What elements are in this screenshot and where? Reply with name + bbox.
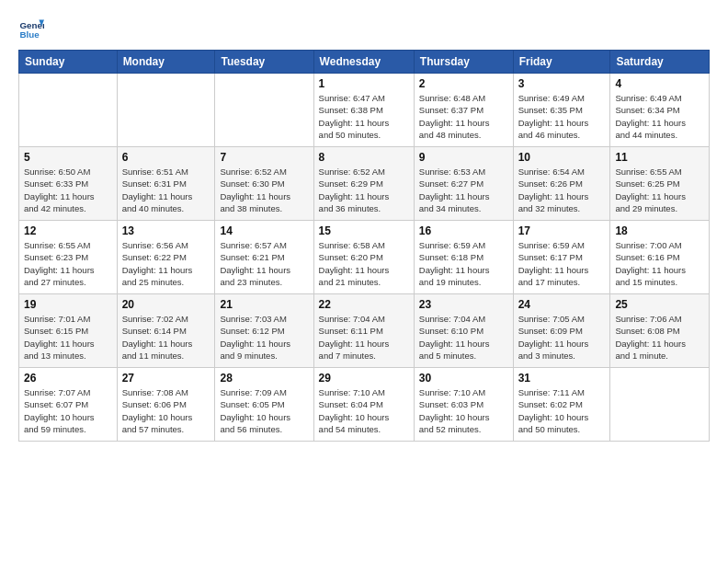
- week-row-3: 12Sunrise: 6:55 AM Sunset: 6:23 PM Dayli…: [19, 221, 710, 294]
- header: General Blue: [18, 15, 710, 40]
- calendar-cell: 10Sunrise: 6:54 AM Sunset: 6:26 PM Dayli…: [513, 147, 610, 221]
- day-number: 31: [518, 372, 606, 385]
- weekday-header-wednesday: Wednesday: [313, 51, 414, 74]
- calendar: SundayMondayTuesdayWednesdayThursdayFrid…: [18, 50, 710, 442]
- day-number: 22: [319, 298, 409, 311]
- day-number: 2: [419, 77, 508, 90]
- day-info: Sunrise: 6:55 AM Sunset: 6:25 PM Dayligh…: [615, 166, 704, 214]
- calendar-cell: 17Sunrise: 6:59 AM Sunset: 6:17 PM Dayli…: [513, 221, 610, 294]
- calendar-cell: 22Sunrise: 7:04 AM Sunset: 6:11 PM Dayli…: [313, 294, 414, 368]
- calendar-cell: 9Sunrise: 6:53 AM Sunset: 6:27 PM Daylig…: [414, 147, 513, 221]
- calendar-cell: 20Sunrise: 7:02 AM Sunset: 6:14 PM Dayli…: [117, 294, 215, 368]
- svg-text:Blue: Blue: [19, 29, 40, 40]
- calendar-cell: [19, 74, 118, 147]
- logo-icon: General Blue: [18, 15, 44, 40]
- week-row-4: 19Sunrise: 7:01 AM Sunset: 6:15 PM Dayli…: [19, 294, 710, 368]
- calendar-cell: 23Sunrise: 7:04 AM Sunset: 6:10 PM Dayli…: [414, 294, 513, 368]
- calendar-cell: 27Sunrise: 7:08 AM Sunset: 6:06 PM Dayli…: [117, 368, 215, 442]
- day-number: 24: [518, 298, 606, 311]
- calendar-cell: 19Sunrise: 7:01 AM Sunset: 6:15 PM Dayli…: [19, 294, 118, 368]
- page: General Blue SundayMondayTuesdayWednesda…: [0, 0, 728, 563]
- day-number: 1: [319, 77, 409, 90]
- day-number: 13: [122, 224, 210, 237]
- day-number: 27: [122, 372, 210, 385]
- weekday-header-row: SundayMondayTuesdayWednesdayThursdayFrid…: [19, 51, 710, 74]
- calendar-cell: 6Sunrise: 6:51 AM Sunset: 6:31 PM Daylig…: [117, 147, 215, 221]
- day-info: Sunrise: 6:58 AM Sunset: 6:20 PM Dayligh…: [319, 239, 409, 288]
- day-info: Sunrise: 6:52 AM Sunset: 6:29 PM Dayligh…: [319, 166, 409, 214]
- weekday-header-thursday: Thursday: [414, 51, 513, 74]
- day-info: Sunrise: 6:57 AM Sunset: 6:21 PM Dayligh…: [220, 239, 308, 288]
- calendar-cell: 2Sunrise: 6:48 AM Sunset: 6:37 PM Daylig…: [414, 74, 513, 147]
- day-number: 16: [419, 224, 508, 237]
- day-number: 3: [518, 77, 606, 90]
- calendar-cell: 26Sunrise: 7:07 AM Sunset: 6:07 PM Dayli…: [19, 368, 118, 442]
- calendar-cell: 5Sunrise: 6:50 AM Sunset: 6:33 PM Daylig…: [19, 147, 118, 221]
- day-info: Sunrise: 7:03 AM Sunset: 6:12 PM Dayligh…: [220, 313, 308, 362]
- weekday-header-monday: Monday: [117, 51, 215, 74]
- calendar-cell: 30Sunrise: 7:10 AM Sunset: 6:03 PM Dayli…: [414, 368, 513, 442]
- day-info: Sunrise: 6:52 AM Sunset: 6:30 PM Dayligh…: [220, 166, 308, 214]
- day-info: Sunrise: 6:56 AM Sunset: 6:22 PM Dayligh…: [122, 239, 210, 288]
- day-number: 21: [220, 298, 308, 311]
- calendar-cell: 16Sunrise: 6:59 AM Sunset: 6:18 PM Dayli…: [414, 221, 513, 294]
- day-info: Sunrise: 7:10 AM Sunset: 6:03 PM Dayligh…: [419, 386, 508, 435]
- calendar-cell: 14Sunrise: 6:57 AM Sunset: 6:21 PM Dayli…: [215, 221, 313, 294]
- day-number: 29: [319, 372, 409, 385]
- weekday-header-saturday: Saturday: [610, 51, 710, 74]
- day-number: 17: [518, 224, 606, 237]
- calendar-cell: 3Sunrise: 6:49 AM Sunset: 6:35 PM Daylig…: [513, 74, 610, 147]
- calendar-cell: [610, 368, 710, 442]
- day-number: 15: [319, 224, 409, 237]
- day-info: Sunrise: 7:06 AM Sunset: 6:08 PM Dayligh…: [615, 313, 704, 362]
- day-number: 18: [615, 224, 704, 237]
- calendar-cell: [117, 74, 215, 147]
- day-number: 6: [122, 151, 210, 164]
- calendar-cell: 24Sunrise: 7:05 AM Sunset: 6:09 PM Dayli…: [513, 294, 610, 368]
- day-number: 11: [615, 151, 704, 164]
- calendar-cell: 12Sunrise: 6:55 AM Sunset: 6:23 PM Dayli…: [19, 221, 118, 294]
- calendar-cell: 7Sunrise: 6:52 AM Sunset: 6:30 PM Daylig…: [215, 147, 313, 221]
- calendar-cell: 11Sunrise: 6:55 AM Sunset: 6:25 PM Dayli…: [610, 147, 710, 221]
- calendar-cell: 1Sunrise: 6:47 AM Sunset: 6:38 PM Daylig…: [313, 74, 414, 147]
- day-info: Sunrise: 7:05 AM Sunset: 6:09 PM Dayligh…: [518, 313, 606, 362]
- day-info: Sunrise: 7:09 AM Sunset: 6:05 PM Dayligh…: [220, 386, 308, 435]
- day-number: 19: [24, 298, 112, 311]
- calendar-cell: 15Sunrise: 6:58 AM Sunset: 6:20 PM Dayli…: [313, 221, 414, 294]
- weekday-header-sunday: Sunday: [19, 51, 118, 74]
- day-info: Sunrise: 6:59 AM Sunset: 6:17 PM Dayligh…: [518, 239, 606, 288]
- day-info: Sunrise: 6:47 AM Sunset: 6:38 PM Dayligh…: [319, 92, 409, 141]
- weekday-header-tuesday: Tuesday: [215, 51, 313, 74]
- day-info: Sunrise: 7:04 AM Sunset: 6:11 PM Dayligh…: [319, 313, 409, 362]
- day-info: Sunrise: 7:04 AM Sunset: 6:10 PM Dayligh…: [419, 313, 508, 362]
- day-info: Sunrise: 7:08 AM Sunset: 6:06 PM Dayligh…: [122, 386, 210, 435]
- day-info: Sunrise: 6:49 AM Sunset: 6:35 PM Dayligh…: [518, 92, 606, 141]
- calendar-cell: 31Sunrise: 7:11 AM Sunset: 6:02 PM Dayli…: [513, 368, 610, 442]
- calendar-cell: 21Sunrise: 7:03 AM Sunset: 6:12 PM Dayli…: [215, 294, 313, 368]
- calendar-cell: [215, 74, 313, 147]
- calendar-cell: 25Sunrise: 7:06 AM Sunset: 6:08 PM Dayli…: [610, 294, 710, 368]
- day-number: 9: [419, 151, 508, 164]
- day-info: Sunrise: 6:53 AM Sunset: 6:27 PM Dayligh…: [419, 166, 508, 214]
- day-number: 8: [319, 151, 409, 164]
- day-number: 28: [220, 372, 308, 385]
- day-number: 26: [24, 372, 112, 385]
- day-number: 14: [220, 224, 308, 237]
- day-number: 12: [24, 224, 112, 237]
- day-number: 7: [220, 151, 308, 164]
- day-number: 30: [419, 372, 508, 385]
- day-number: 5: [24, 151, 112, 164]
- day-info: Sunrise: 7:07 AM Sunset: 6:07 PM Dayligh…: [24, 386, 112, 435]
- day-info: Sunrise: 6:49 AM Sunset: 6:34 PM Dayligh…: [615, 92, 704, 141]
- calendar-cell: 28Sunrise: 7:09 AM Sunset: 6:05 PM Dayli…: [215, 368, 313, 442]
- day-number: 20: [122, 298, 210, 311]
- day-number: 4: [615, 77, 704, 90]
- week-row-5: 26Sunrise: 7:07 AM Sunset: 6:07 PM Dayli…: [19, 368, 710, 442]
- day-info: Sunrise: 6:55 AM Sunset: 6:23 PM Dayligh…: [24, 239, 112, 288]
- day-info: Sunrise: 7:00 AM Sunset: 6:16 PM Dayligh…: [615, 239, 704, 288]
- calendar-cell: 29Sunrise: 7:10 AM Sunset: 6:04 PM Dayli…: [313, 368, 414, 442]
- calendar-cell: 8Sunrise: 6:52 AM Sunset: 6:29 PM Daylig…: [313, 147, 414, 221]
- day-info: Sunrise: 6:50 AM Sunset: 6:33 PM Dayligh…: [24, 166, 112, 214]
- weekday-header-friday: Friday: [513, 51, 610, 74]
- day-info: Sunrise: 6:54 AM Sunset: 6:26 PM Dayligh…: [518, 166, 606, 214]
